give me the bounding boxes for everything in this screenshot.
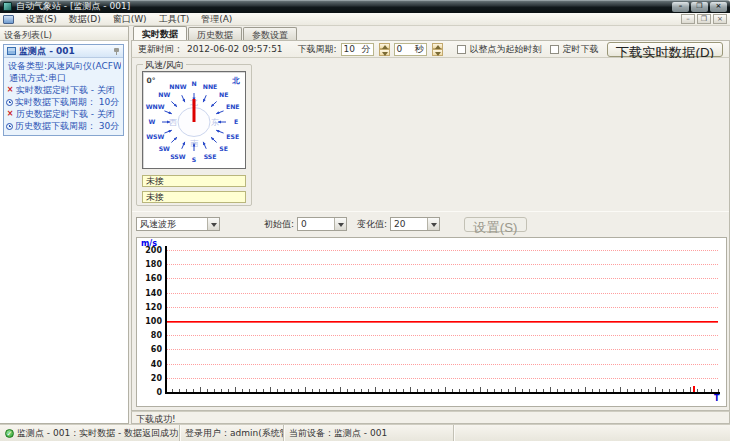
status-device-section: 当前设备：监测点 - 001 (284, 425, 454, 441)
close-icon[interactable]: × (710, 2, 727, 12)
x-axis-tick (634, 389, 635, 392)
chevron-down-icon[interactable] (334, 218, 346, 230)
device-title: 监测点 - 001 (19, 45, 75, 58)
child-minimize-icon[interactable]: – (681, 14, 695, 24)
initial-select-value: 0 (298, 219, 334, 229)
x-axis-tick (389, 389, 390, 392)
status-message-section: ✓ 监测点 - 001：实时数据 - 数据返回成功! (0, 425, 180, 441)
tab-bar: 实时数据历史数据参数设置 (131, 26, 730, 40)
realtime-content: 风速/风向 0°北北东南西NNNENEENEEESESESSESSSWSWWSW… (131, 58, 730, 411)
tab-实时数据[interactable]: 实时数据 (133, 26, 187, 40)
align-start-checkbox[interactable] (457, 45, 466, 54)
download-status: 下载成功! (131, 411, 730, 424)
menu-items: 设置(S)数据(D)窗口(W)工具(T)管理(A) (20, 12, 238, 27)
x-axis-tick (662, 389, 663, 392)
chevron-down-icon[interactable] (207, 218, 219, 230)
chart-controls: 风速波形 初始值: 0 变化值: 20 设置(S) (136, 216, 728, 232)
x-axis-tick (606, 389, 607, 392)
waveform-select[interactable]: 风速波形 (136, 217, 220, 231)
seconds-stepper[interactable] (432, 43, 443, 56)
gridline (165, 378, 718, 379)
minutes-input[interactable]: 10 分 (341, 43, 374, 56)
menu-item[interactable]: 管理(A) (195, 12, 238, 27)
svg-text:ESE: ESE (226, 133, 239, 140)
x-axis-tick (417, 389, 418, 392)
seconds-input[interactable]: 0 秒 (394, 43, 427, 56)
x-axis-tick (711, 389, 712, 392)
svg-text:ENE: ENE (226, 103, 240, 110)
x-axis-tick (522, 389, 523, 392)
initial-select[interactable]: 0 (297, 217, 347, 231)
child-window-controls: – ❐ × (681, 14, 727, 24)
x-axis-tick (249, 389, 250, 392)
child-close-icon[interactable]: × (713, 14, 727, 24)
menu-item[interactable]: 数据(D) (63, 12, 107, 27)
minutes-stepper[interactable] (379, 43, 390, 56)
current-position-marker (693, 386, 695, 392)
maximize-icon[interactable]: ❐ (691, 2, 708, 12)
gridline (165, 335, 718, 336)
change-select[interactable]: 20 (390, 217, 440, 231)
x-axis-tick (445, 387, 446, 392)
child-restore-icon[interactable]: ❐ (697, 14, 711, 24)
download-realtime-button[interactable]: 下载实时数据(D) (607, 42, 723, 57)
device-card[interactable]: 监测点 - 001 设备类型:风速风向仪(ACFW-4)通讯方式:串口×实时数据… (3, 44, 124, 136)
child-window-icon[interactable] (3, 15, 14, 24)
svg-text:NW: NW (158, 91, 170, 98)
current-device: 当前设备：监测点 - 001 (289, 427, 387, 440)
x-axis-tick (718, 389, 719, 392)
device-icon (7, 47, 16, 55)
svg-text:NE: NE (219, 91, 228, 98)
minimize-icon[interactable]: – (672, 2, 689, 12)
device-info-text: 实时数据下载周期： 10分 0秒 (15, 96, 121, 108)
wind-speed-field: 未接 (142, 175, 246, 187)
x-axis-label: T (714, 394, 719, 403)
device-info-line: ×历史数据定时下载 - 关闭 (6, 108, 121, 120)
x-axis-tick (494, 389, 495, 392)
x-axis-tick (585, 387, 586, 392)
x-axis-tick (305, 387, 306, 392)
x-axis-tick (382, 389, 383, 392)
x-axis-tick (172, 389, 173, 392)
device-info-line: 通讯方式:串口 (6, 72, 121, 84)
gridline (165, 349, 718, 350)
menu-bar: 设置(S)数据(D)窗口(W)工具(T)管理(A) – ❐ × (0, 13, 730, 26)
menu-item[interactable]: 设置(S) (20, 12, 63, 27)
x-axis-tick (487, 389, 488, 392)
menu-item[interactable]: 窗口(W) (107, 12, 153, 27)
align-start-label: 以整点为起始时刻 (470, 43, 542, 56)
change-label: 变化值: (357, 218, 387, 231)
menu-item[interactable]: 工具(T) (153, 12, 196, 27)
x-axis-tick (515, 387, 516, 392)
y-axis (165, 246, 167, 394)
x-axis-tick (501, 389, 502, 392)
settings-button[interactable]: 设置(S) (464, 217, 526, 232)
y-axis-tick-label: 80 (138, 331, 162, 340)
x-axis-tick (578, 389, 579, 392)
x-axis (165, 392, 720, 394)
x-axis-tick (354, 389, 355, 392)
chevron-down-icon[interactable] (427, 218, 439, 230)
timed-download-checkbox[interactable] (550, 45, 559, 54)
x-axis-tick (452, 389, 453, 392)
series-line (167, 321, 718, 322)
x-axis-tick (550, 387, 551, 392)
device-info-line: ×实时数据定时下载 - 关闭 (6, 84, 121, 96)
seconds-value[interactable]: 0 (397, 44, 411, 54)
gridline (165, 364, 718, 365)
y-axis-tick-label: 40 (138, 360, 162, 369)
x-axis-tick (480, 387, 481, 392)
minutes-unit: 分 (362, 43, 371, 56)
minutes-value[interactable]: 10 (344, 44, 358, 54)
disabled-x-icon: × (6, 108, 14, 120)
x-axis-tick (242, 389, 243, 392)
tab-历史数据[interactable]: 历史数据 (188, 27, 242, 40)
x-axis-tick (193, 389, 194, 392)
y-axis-tick-label: 140 (138, 289, 162, 298)
device-card-title[interactable]: 监测点 - 001 (4, 45, 123, 58)
pin-icon[interactable] (113, 48, 120, 55)
svg-text:NNW: NNW (169, 83, 186, 90)
tab-参数设置[interactable]: 参数设置 (243, 27, 297, 40)
svg-text:北: 北 (231, 76, 240, 85)
y-axis-tick-label: 100 (138, 317, 162, 326)
